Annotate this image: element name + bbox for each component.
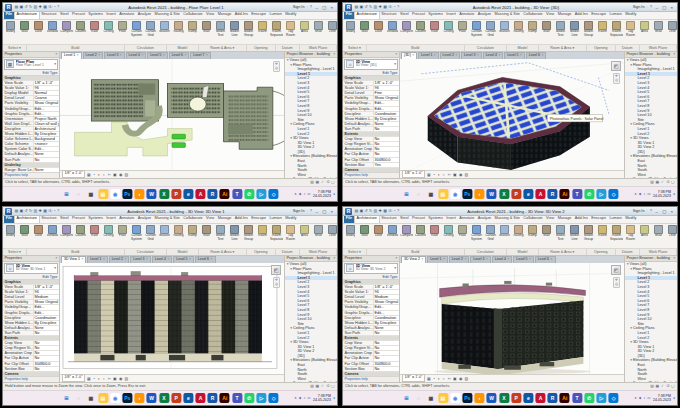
ribbon-tab[interactable]: Steel <box>58 216 70 223</box>
whatsapp-icon[interactable]: ✆ <box>584 189 594 199</box>
ribbon-panel-label[interactable]: Circulation <box>465 45 507 51</box>
ribbon-tool-button[interactable]: Model Group <box>242 21 255 38</box>
ribbon-panel-label[interactable]: Work Plane <box>300 45 337 51</box>
tree-item[interactable]: ▾Elevations (Building Elevation) <box>285 358 337 363</box>
ribbon-tool-button[interactable]: Modify <box>344 225 357 238</box>
taskbar-clock[interactable]: 7:38 PM24-05-2023 <box>653 190 671 198</box>
qat-icon[interactable]: ↺ <box>364 209 367 213</box>
tree-item[interactable]: ▾Elevations (Building Elevation) <box>285 154 337 159</box>
ribbon-tool-button[interactable]: Mullion <box>158 225 171 238</box>
ribbon-tool-button[interactable]: Shaft <box>312 225 325 238</box>
viewcube[interactable]: ◩ <box>611 61 621 71</box>
ribbon-tab[interactable]: File <box>344 12 354 19</box>
ribbon-tool-button[interactable]: Room Separator <box>610 225 623 242</box>
qat-icon[interactable]: ▣ <box>19 5 23 9</box>
ribbon-tab[interactable]: Architecture <box>14 12 40 19</box>
photoshop-icon[interactable]: Ps <box>462 189 472 199</box>
edge-icon[interactable]: e <box>183 393 193 403</box>
ribbon-tool-button[interactable]: Curtain System <box>130 225 143 242</box>
excel-icon[interactable]: X <box>499 393 509 403</box>
qat-icon[interactable]: ✚ <box>39 209 42 213</box>
ribbon-tab[interactable]: Collaborate <box>522 216 545 223</box>
close-icon[interactable]: × <box>673 52 675 56</box>
ribbon-panel-label[interactable]: Datum <box>276 249 300 255</box>
ribbon-tab[interactable]: Structure <box>380 216 399 223</box>
ribbon-panel-label[interactable]: Room & Area ▾ <box>539 45 587 51</box>
ribbon-tool-button[interactable]: Model Group <box>242 225 255 242</box>
word-icon[interactable]: W <box>487 189 497 199</box>
ribbon-tab[interactable]: Systems <box>87 216 105 223</box>
close-icon[interactable]: × <box>55 52 57 56</box>
maximize-button[interactable]: ▢ <box>661 208 668 215</box>
ribbon-tool-button[interactable]: Window <box>386 21 399 34</box>
ribbon-tool-button[interactable]: Mullion <box>498 225 511 238</box>
qat-icon[interactable]: ▥ <box>374 209 378 213</box>
ribbon-panel-label[interactable]: Model <box>167 45 199 51</box>
ribbon-tab[interactable]: Structure <box>40 216 59 223</box>
qat-icon[interactable]: Ⓐ <box>48 209 52 213</box>
ribbon-tool-button[interactable]: Room Separator <box>270 21 283 38</box>
ribbon-panel-label[interactable]: Select ▾ <box>3 45 27 51</box>
ribbon-tool-button[interactable]: Ceiling <box>442 21 455 34</box>
close-icon[interactable]: × <box>55 256 57 260</box>
ribbon-tab[interactable]: Lumion <box>608 12 624 19</box>
powerpoint-icon[interactable]: P <box>171 393 181 403</box>
qat-icon[interactable]: ▤ <box>15 5 19 9</box>
ribbon-tab[interactable]: Analyze <box>136 12 153 19</box>
ribbon-tool-button[interactable]: Room <box>256 225 269 238</box>
ribbon-tab[interactable]: Modify <box>624 12 639 19</box>
ribbon-tab[interactable]: Collaborate <box>182 216 205 223</box>
qat-icon[interactable]: Ⓐ <box>388 209 392 213</box>
qat-icon[interactable]: ✚ <box>39 5 42 9</box>
ribbon-panel-label[interactable]: Build <box>367 249 465 255</box>
sign-in-button[interactable]: Sign In <box>633 209 645 213</box>
edge-icon[interactable]: e <box>523 189 533 199</box>
qat-icon[interactable]: ▣ <box>359 209 363 213</box>
qat-icon[interactable]: ▤ <box>355 209 359 213</box>
ribbon-tab[interactable]: File <box>344 216 354 223</box>
status-controls[interactable]: ▧ ▦ ✓ :0 ▢ <box>650 180 675 184</box>
ribbon-tab[interactable]: Enscape <box>250 12 268 19</box>
photoshop-icon[interactable]: Ps <box>122 189 132 199</box>
ribbon-tool-button[interactable]: Room <box>596 225 609 238</box>
navigation-bar[interactable]: ✛◎ <box>273 277 280 289</box>
ribbon-tool-button[interactable]: Tag Room <box>624 21 637 38</box>
ribbon-tab[interactable]: Lumion <box>268 12 284 19</box>
ribbon-panel-label[interactable]: Opening <box>587 45 616 51</box>
ribbon-tool-button[interactable]: Component <box>60 225 73 238</box>
ribbon-tab[interactable]: Modify <box>284 216 299 223</box>
teams-icon[interactable]: T <box>232 393 242 403</box>
ribbon-tool-button[interactable]: Roof <box>428 225 441 238</box>
ribbon-tab[interactable]: Enscape <box>590 12 608 19</box>
ribbon-tab[interactable]: Add-Ins <box>573 216 589 223</box>
search-icon[interactable]: ◌ <box>414 189 424 199</box>
vscode-icon[interactable]: ◇ <box>269 189 279 199</box>
ribbon-tab[interactable]: Insert <box>105 12 118 19</box>
close-button[interactable]: × <box>329 208 336 215</box>
ribbon-tool-button[interactable]: Model Group <box>582 225 595 242</box>
viewcube[interactable]: ◩ <box>271 265 281 275</box>
telegram-icon[interactable]: ▷ <box>596 393 606 403</box>
ribbon-tab[interactable]: Systems <box>427 216 445 223</box>
ribbon-tool-button[interactable]: Area <box>638 21 651 34</box>
qat-icon[interactable]: Ⓐ <box>388 5 392 9</box>
illustrator-icon[interactable]: Ai <box>220 393 230 403</box>
file-explorer-icon[interactable]: ▤ <box>98 189 108 199</box>
ribbon-tab[interactable]: Structure <box>40 12 59 19</box>
ribbon-tool-button[interactable]: Roof <box>88 225 101 238</box>
task-view-icon[interactable]: ▦ <box>426 189 436 199</box>
ribbon-tool-button[interactable]: Room Separator <box>610 21 623 38</box>
close-button[interactable]: × <box>669 208 676 215</box>
chrome-icon[interactable]: ◉ <box>110 189 120 199</box>
start-icon[interactable]: ⊞ <box>61 393 71 403</box>
type-selector[interactable]: ▦Floor PlanFloor Plan: Level 1▾ <box>4 59 58 70</box>
ribbon-tab[interactable]: Insert <box>445 12 458 19</box>
firefox-icon[interactable]: ◗ <box>475 393 485 403</box>
ribbon-tool-button[interactable]: Level <box>666 21 677 34</box>
qat-icon[interactable]: ◔ <box>53 209 55 213</box>
task-view-icon[interactable]: ▦ <box>86 189 96 199</box>
task-view-icon[interactable]: ▦ <box>86 393 96 403</box>
ribbon-tool-button[interactable]: Stair <box>200 21 213 34</box>
ribbon-panel-label[interactable]: Select ▾ <box>343 249 367 255</box>
ribbon-tab[interactable]: Systems <box>427 12 445 19</box>
